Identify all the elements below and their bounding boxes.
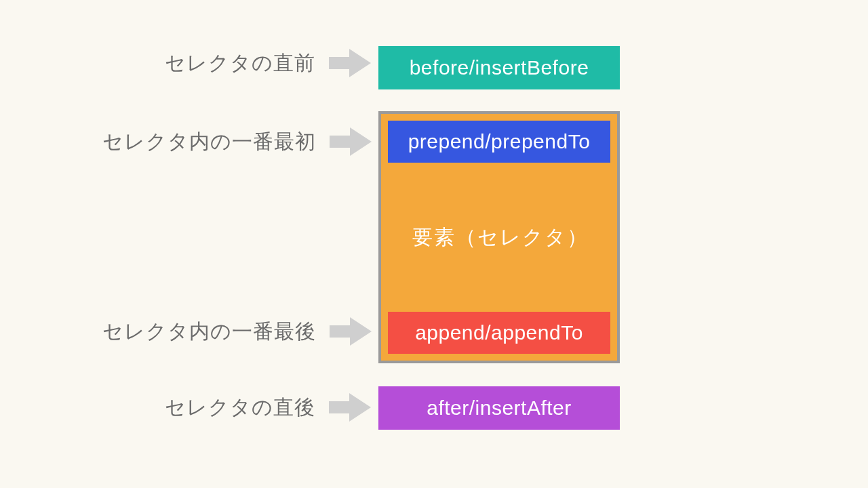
box-before: before/insertBefore: [378, 46, 620, 89]
box-prepend: prepend/prependTo: [388, 121, 610, 163]
box-after: after/insertAfter: [378, 386, 620, 430]
row-after: セレクタの直後: [142, 393, 371, 422]
row-append: セレクタ内の一番最後: [99, 317, 372, 346]
arrow-right-icon: [330, 127, 372, 156]
label-after: セレクタの直後: [142, 394, 315, 422]
label-before: セレクタの直前: [142, 49, 315, 77]
arrow-right-icon: [329, 49, 371, 77]
label-prepend: セレクタ内の一番最初: [99, 128, 316, 156]
label-append: セレクタ内の一番最後: [99, 318, 316, 346]
row-prepend: セレクタ内の一番最初: [99, 127, 372, 156]
arrow-right-icon: [329, 393, 371, 422]
selector-center-label: 要素（セレクタ）: [412, 224, 589, 251]
arrow-right-icon: [330, 317, 372, 346]
row-before: セレクタの直前: [142, 49, 371, 77]
box-append: append/appendTo: [388, 312, 610, 354]
